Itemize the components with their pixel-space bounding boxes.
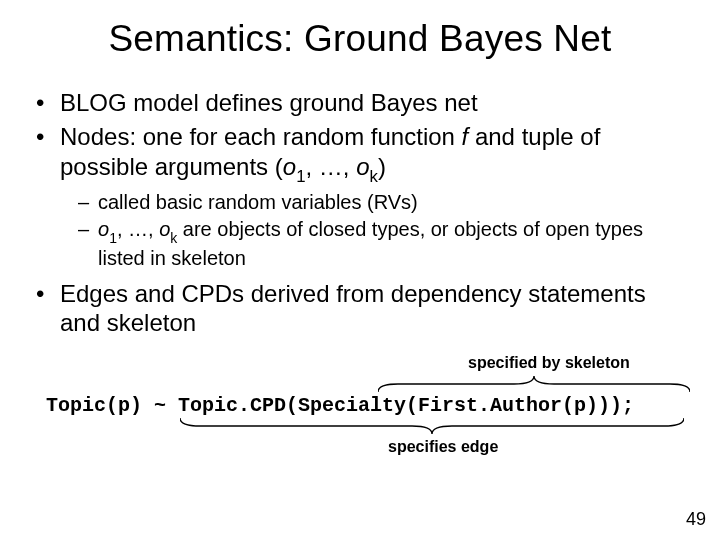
annotation-bottom: specifies edge (388, 438, 498, 456)
sub-2-ok: o (159, 218, 170, 240)
bullet-2-mid: , …, (305, 153, 356, 180)
bullet-2-part-a: Nodes: one for each random function (60, 123, 462, 150)
sub-1: called basic random variables (RVs) (78, 190, 692, 215)
bullet-1: BLOG model defines ground Bayes net (34, 88, 692, 118)
bullet-2-subk: k (370, 167, 378, 186)
sub-2-o1: o (98, 218, 109, 240)
sub-list: called basic random variables (RVs) o1, … (78, 190, 692, 271)
bullet-list: BLOG model defines ground Bayes net Node… (34, 88, 692, 338)
code-annotation-area: specified by skeleton Topic(p) ~ Topic.C… (28, 356, 692, 466)
sub-2: o1, …, ok are objects of closed types, o… (78, 217, 692, 271)
bullet-1-text: BLOG model defines ground Bayes net (60, 89, 478, 116)
bullet-2-end: ) (378, 153, 386, 180)
bullet-2-o1: o (283, 153, 296, 180)
sub-2-mid: , …, (117, 218, 159, 240)
page-number: 49 (686, 509, 706, 530)
bullet-3-text: Edges and CPDs derived from dependency s… (60, 280, 646, 337)
slide-title: Semantics: Ground Bayes Net (28, 18, 692, 60)
bullet-3: Edges and CPDs derived from dependency s… (34, 279, 692, 339)
annotation-top: specified by skeleton (468, 354, 630, 372)
sub-1-text: called basic random variables (RVs) (98, 191, 418, 213)
code-line: Topic(p) ~ Topic.CPD(Specialty(First.Aut… (46, 394, 634, 417)
sub-2-subk: k (170, 230, 177, 246)
brace-bottom-icon (180, 418, 684, 434)
bullet-2-sub1: 1 (296, 167, 305, 186)
bullet-2-ok: o (356, 153, 369, 180)
brace-top-icon (378, 376, 690, 392)
sub-2-rest: are objects of closed types, or objects … (98, 218, 643, 269)
bullet-2: Nodes: one for each random function f an… (34, 122, 692, 271)
sub-2-sub1: 1 (109, 230, 117, 246)
